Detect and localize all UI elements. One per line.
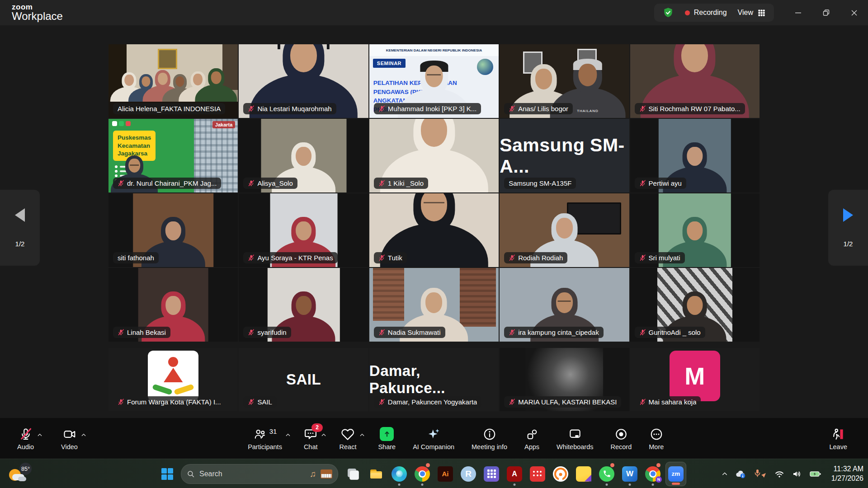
participant-tile[interactable]: SAILSAIL [239, 348, 368, 411]
participant-tile[interactable]: MMai sahara koja [630, 348, 760, 411]
taskbar-app-sticky-notes[interactable] [573, 462, 594, 486]
toolbar-record-button[interactable]: Record [606, 427, 636, 450]
toolbar-chat-button[interactable]: 2Chat [299, 427, 322, 450]
chat-unread-badge: 2 [311, 423, 323, 432]
taskbar-search[interactable]: Search ♫ [181, 464, 338, 484]
participant-tile[interactable]: Pertiwi ayu [630, 119, 760, 192]
participant-tile[interactable]: THAILANDAnas/ Lilis bogor [500, 44, 629, 118]
toolbar-whiteboards-button[interactable]: Whiteboards [552, 427, 598, 450]
tray-chevron-icon[interactable] [721, 470, 728, 478]
participant-tile[interactable]: Alisya_Solo [239, 119, 368, 192]
toolbar-ai-companion-button[interactable]: AI Companion [408, 427, 459, 450]
encryption-shield-button[interactable] [662, 7, 674, 19]
participant-name-label: ira kampung cinta_cipedak [504, 327, 603, 338]
muted-mic-icon [378, 180, 385, 187]
taskbar-app-edge[interactable] [389, 462, 410, 486]
start-button[interactable] [158, 463, 176, 485]
participant-name-label: Alisya_Solo [243, 178, 297, 189]
participants-options-caret[interactable] [285, 432, 291, 440]
participant-tile[interactable]: siti fathonah [108, 193, 238, 267]
volume-icon[interactable] [792, 469, 802, 479]
muted-mic-icon [639, 180, 646, 187]
react-options-caret[interactable] [359, 432, 365, 440]
participant-tile[interactable]: Ayu Soraya - KTR Penas [239, 193, 368, 267]
participant-tile[interactable]: Alicia Helena_FAKTA INDONESIA [108, 44, 238, 118]
view-button[interactable]: View [738, 9, 766, 17]
recording-indicator[interactable]: Recording [685, 9, 727, 17]
taskbar-app-whatsapp[interactable] [596, 462, 617, 486]
taskbar-app-acrobat[interactable]: A [504, 462, 525, 486]
participant-tile[interactable]: 1 Kiki _Solo [369, 119, 499, 192]
weather-widget[interactable]: 85° [6, 462, 38, 486]
camera-icon [63, 427, 76, 442]
audio-options-caret[interactable] [37, 432, 43, 440]
running-indicator-dot [606, 483, 608, 486]
taskbar-app-zoom[interactable]: zm [665, 462, 686, 486]
participants-icon: 31 [253, 427, 277, 442]
shield-check-icon [662, 7, 674, 19]
close-button[interactable] [840, 0, 868, 25]
notification-dot [426, 463, 430, 467]
taskbar-app-red-tiles[interactable] [527, 462, 548, 486]
participant-tile[interactable]: syarifudin [239, 268, 368, 342]
recording-label: Recording [694, 9, 727, 17]
taskbar-app-chrome-profile[interactable]: N [642, 462, 663, 486]
participant-tile[interactable]: Nadia Sukmawati [369, 268, 499, 342]
taskbar-app-chrome[interactable] [412, 462, 433, 486]
taskbar-clock[interactable]: 11:32 AM 1/27/2026 [831, 465, 863, 483]
toolbar-video-button[interactable]: Video [57, 427, 82, 450]
toolbar-participants-button[interactable]: 31Participants [243, 427, 287, 450]
search-placeholder: Search [199, 470, 305, 478]
onedrive-icon[interactable] [735, 469, 747, 479]
taskbar-app-illustrator[interactable]: Ai [435, 462, 456, 486]
participant-tile[interactable]: Sri mulyati [630, 193, 760, 267]
participant-tile[interactable]: Damar, Pakunce...Damar, Pakuncen Yogyaka… [369, 348, 499, 411]
notification-dot [656, 463, 660, 467]
restore-button[interactable] [812, 0, 840, 25]
participant-tile[interactable]: MARIA ULFA, KASTARI BEKASI [500, 348, 629, 411]
participant-tile[interactable]: ira kampung cinta_cipedak [500, 268, 629, 342]
taskbar-app-openvpn[interactable] [550, 462, 571, 486]
taskbar-app-file-explorer[interactable] [366, 462, 387, 486]
participant-tile[interactable]: KEMENTERIAN DALAM NEGERI REPUBLIK INDONE… [369, 44, 499, 118]
toolbar-meeting-info-button[interactable]: Meeting info [467, 427, 512, 450]
sparkle-icon [427, 427, 440, 442]
participant-name-label: dr. Nurul Chairani_PKM Jag... [113, 178, 221, 189]
page-indicator-right: 1/2 [844, 240, 853, 248]
taskbar-app-r-app[interactable]: R [458, 462, 479, 486]
piano-icon [321, 469, 332, 479]
toolbar-leave-button[interactable]: Leave [825, 427, 852, 450]
video-options-caret[interactable] [80, 432, 87, 440]
toolbar-share-button[interactable]: Share [373, 427, 400, 450]
glasses [424, 202, 444, 208]
chat-options-caret[interactable] [321, 432, 327, 440]
taskbar-app-remote-grid[interactable] [481, 462, 502, 486]
participant-tile[interactable]: GuritnoAdi _ solo [630, 268, 760, 342]
taskbar-app-word[interactable]: W [619, 462, 640, 486]
toolbar-more-button[interactable]: More [644, 427, 668, 450]
gallery-prev-button[interactable]: 1/2 [0, 190, 40, 266]
toolbar-audio-button[interactable]: Audio [13, 427, 38, 450]
wifi-icon[interactable] [774, 469, 785, 479]
participant-tile[interactable]: Tutik [369, 193, 499, 267]
participant-tile[interactable]: Samsung SM-A...Samsung SM-A135F [500, 119, 629, 192]
taskbar-app-task-view[interactable] [343, 462, 363, 486]
battery-icon[interactable] [809, 469, 822, 479]
ellipsis-icon [650, 427, 663, 442]
mic-location-indicator-icon[interactable] [754, 469, 767, 479]
notification-dot [610, 463, 614, 467]
muted-mic-icon [509, 399, 515, 405]
participant-tile[interactable]: Rodiah Rodiah [500, 193, 629, 267]
gallery-next-button[interactable]: 1/2 [828, 190, 868, 266]
participant-tile[interactable]: Siti Rochmah RW 07 Pabato... [630, 44, 760, 118]
minimize-button[interactable] [784, 0, 812, 25]
muted-mic-icon [248, 399, 255, 405]
participant-name-label: Muhammad Inoki [PKP 3] K... [374, 103, 481, 114]
participant-tile[interactable]: Nia Lestari Muqarohmah [239, 44, 368, 118]
participant-tile[interactable]: Linah Bekasi [108, 268, 238, 342]
toolbar-apps-button[interactable]: Apps [520, 427, 544, 450]
participant-tile[interactable]: Forum Warga Kota (FAKTA) I... [108, 348, 238, 411]
toolbar-react-button[interactable]: React [335, 427, 361, 450]
participant-tile[interactable]: PuskesmasKecamatanJagakarsaJakartadr. Nu… [108, 119, 238, 192]
muted-mic-icon [639, 329, 646, 336]
